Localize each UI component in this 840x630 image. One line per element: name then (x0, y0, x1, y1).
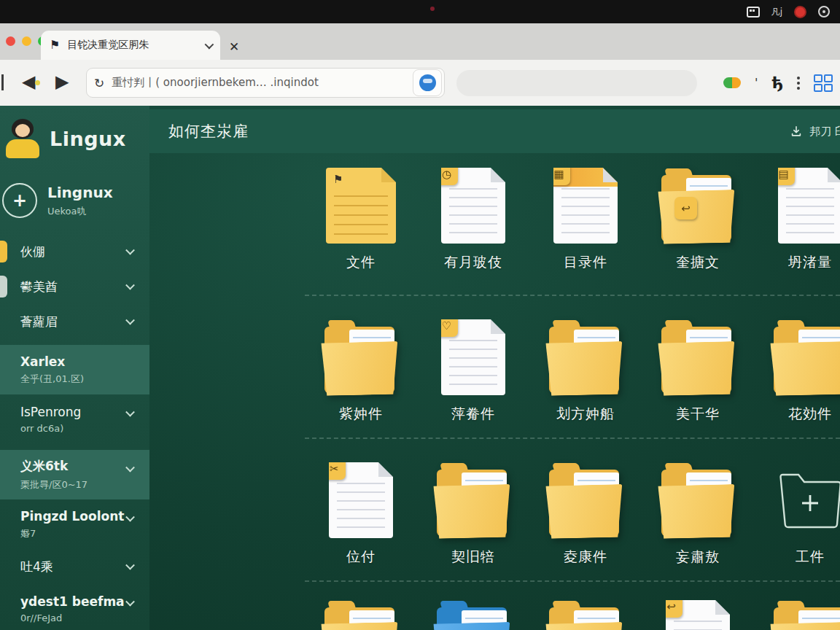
grid-item[interactable]: 紫妕件 (305, 319, 417, 424)
sidebar-item-sub: orr dc6a) (20, 423, 63, 434)
row-separator (305, 438, 840, 439)
grid-item-label: 妄肅敖 (676, 548, 720, 567)
profile-chip-button[interactable] (413, 69, 442, 96)
folder-icon (545, 319, 626, 395)
folder-icon (545, 462, 626, 538)
reply-badge-icon: ↩ (674, 197, 697, 219)
sidebar-menu: 伙倗 鬰美酋 薈蘿眉 Xarlex 全乎(丑,01.区) IsPen (0, 234, 149, 630)
grid-item-label: 紫妕件 (339, 405, 383, 424)
grid-item[interactable]: ♡ 萍觠件 (417, 319, 529, 424)
camera-indicator-icon[interactable] (818, 6, 830, 18)
grid-item-partial[interactable]: ↩ (642, 600, 754, 630)
record-indicator-icon[interactable] (794, 6, 806, 18)
grid-item-label: 文件 (346, 253, 376, 272)
sidebar-item-5[interactable]: 义米6tk 栗批㝵/区0~17 (0, 450, 149, 499)
grid-item[interactable]: ↩ 奎搪文 (642, 168, 754, 272)
tab-dropdown-chevron-icon[interactable] (205, 39, 214, 49)
sidebar-toggle-icon[interactable] (0, 74, 4, 90)
secondary-search-field[interactable] (456, 70, 697, 96)
sidebar-item-label: 伙倗 (20, 244, 45, 260)
grid-item-label: 奎搪文 (676, 253, 720, 272)
download-action-label: 邦刀 臼 (809, 125, 840, 139)
grid-item[interactable]: ▦ 目录件 (529, 168, 642, 272)
folder-icon (545, 600, 626, 630)
document-icon: ◷ (441, 168, 505, 244)
chevron-down-icon (125, 316, 135, 325)
sidebar-item-3[interactable]: Xarlex 全乎(丑,01.区) (0, 345, 149, 394)
address-bar[interactable]: ↻ 重忖判丨( onoorjiernbekem… .inqindot (86, 68, 445, 98)
row-separator (305, 580, 840, 582)
document-icon: ▤ (778, 168, 840, 244)
reload-icon[interactable]: ↻ (94, 76, 104, 90)
window-close-button[interactable] (6, 36, 15, 46)
logo-text: Lingux (50, 128, 126, 150)
rows-badge-icon: ▤ (772, 163, 795, 185)
sidebar-item-2[interactable]: 薈蘿眉 (0, 304, 149, 339)
sidebar-item-sub: 全乎(丑,01.区) (20, 373, 84, 386)
screen: 凡j ⚑ 目铊决重觉区䏤朱 ✕ ◀ ▶ ↻ 重忖判丨( onoorjiernbe… (0, 0, 840, 630)
bookmark-hook-icon[interactable]: ђ (771, 74, 783, 92)
page-title: 如何杢汖雇 (168, 121, 249, 141)
sidebar-item-1[interactable]: 鬰美酋 (0, 269, 149, 304)
chevron-down-icon (125, 513, 135, 522)
grid-item-label: 有月玻伎 (444, 253, 502, 272)
overflow-menu-icon[interactable] (797, 77, 800, 90)
grid-item[interactable]: 工件 (754, 462, 840, 567)
grid-item[interactable]: ⚑ 文件 (305, 168, 417, 272)
grid-item[interactable]: 夌康件 (529, 462, 642, 567)
apps-grid-icon[interactable] (814, 74, 833, 92)
folder-icon: ↩ (657, 168, 739, 244)
app-logo[interactable]: Lingux (0, 106, 149, 160)
extensions-toggle-icon[interactable] (723, 77, 741, 88)
browser-tab[interactable]: ⚑ 目铊决重觉区䏤朱 (41, 31, 220, 60)
sidebar-item-8[interactable]: ydest1 beefma 0r//FeJad (0, 584, 149, 630)
grid-item-partial[interactable] (417, 600, 529, 630)
grid-item-partial[interactable] (305, 600, 417, 630)
account-name: Lingnux (47, 184, 113, 201)
grid-item-label: 目录件 (564, 253, 607, 272)
download-icon (790, 125, 803, 138)
grid-item[interactable]: ✂ 位付 (305, 462, 417, 567)
folder-icon (320, 600, 402, 630)
grid-row-3: ✂ 位付 契旧犃 夌康件 妄肅敖 (305, 462, 840, 567)
grid-item[interactable]: 契旧犃 (417, 462, 529, 567)
back-button[interactable]: ◀ (22, 71, 35, 93)
sidebar-item-label: 吐4乘 (20, 559, 53, 575)
sidebar-item-sub: 栗批㝵/区0~17 (20, 478, 88, 491)
grid-item-partial[interactable] (529, 600, 642, 630)
grid-item[interactable]: ▤ 坍渚量 (754, 168, 840, 272)
add-plus-icon[interactable]: + (2, 183, 37, 218)
forward-button[interactable]: ▶ (55, 71, 69, 93)
url-text: 重忖判丨( onoorjiernbekem… .inqindot (112, 76, 419, 90)
grid-item[interactable]: 美干华 (642, 319, 754, 424)
grid-item-label: 花効件 (788, 405, 832, 424)
sidebar-item-7[interactable]: 吐4乘 (0, 549, 149, 584)
sidebar-item-label: Xarlex (20, 354, 65, 369)
grid-item[interactable]: ◷ 有月玻伎 (417, 168, 529, 272)
grid-item-label: 划方妕船 (556, 405, 615, 424)
grid-item[interactable]: 花効件 (754, 319, 840, 424)
grid-item-partial[interactable] (754, 600, 840, 630)
tab-close-icon[interactable]: ✕ (229, 39, 239, 54)
window-manager-icon[interactable] (747, 7, 760, 18)
grid-item[interactable]: 划方妕船 (529, 319, 642, 424)
desktop-menubar: 凡j (0, 0, 840, 23)
yellow-doc-icon (0, 241, 7, 262)
grid-item[interactable]: 妄肅敖 (642, 462, 754, 567)
download-action-button[interactable]: 邦刀 臼 (790, 109, 840, 153)
document-icon: ↩ (666, 600, 730, 630)
grid-item-label: 美干华 (676, 405, 720, 424)
profile-avatar-icon (419, 74, 436, 91)
sidebar-item-0[interactable]: 伙倗 (0, 234, 149, 269)
sidebar-item-sub: 0r//FeJad (20, 612, 62, 623)
sidebar-item-4[interactable]: IsPenrong orr dc6a) (0, 394, 149, 444)
grid-item-label: 位付 (346, 548, 376, 567)
grid-item-label: 契旧犃 (451, 548, 495, 567)
quote-icon: ' (755, 76, 758, 90)
window-minimize-button[interactable] (22, 36, 31, 46)
folder-icon (657, 319, 739, 395)
sidebar-item-6[interactable]: Pingzd Loolont 㛰7 (0, 499, 149, 549)
folder-icon (320, 319, 402, 395)
sidebar-account[interactable]: + Lingnux Uekoa㕤 (0, 177, 149, 224)
status-dot (430, 7, 435, 11)
